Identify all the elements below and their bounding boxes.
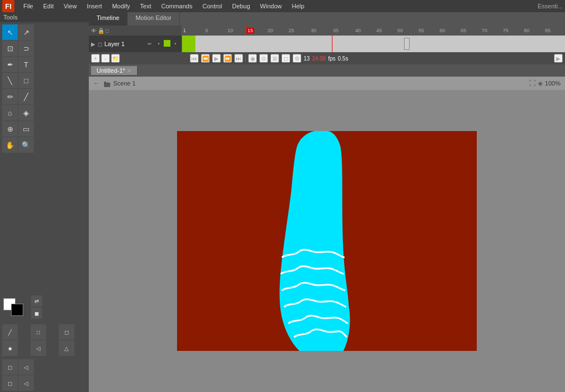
show-hide-icon[interactable]: 👁 xyxy=(91,28,97,34)
tool-extra4[interactable]: ■ xyxy=(2,340,18,356)
breadcrumb-back-icon[interactable]: ← xyxy=(93,79,100,87)
tool-hand[interactable]: ✋ xyxy=(2,137,18,153)
edit-multiple-frames-button[interactable]: ⊞ xyxy=(270,54,279,63)
menu-modify[interactable]: Modify xyxy=(108,2,134,11)
go-next-button[interactable]: ⏩ xyxy=(223,54,232,63)
stage-container: Untitled-1* ✕ ← 🎬 Scene 1 ⛶ ◈ 100% xyxy=(89,64,565,392)
tool-extra5[interactable]: ◁ xyxy=(31,340,46,356)
tool-bone[interactable]: ⌂ xyxy=(2,105,18,120)
menu-edit[interactable]: Edit xyxy=(39,2,58,11)
layer-frame-icon[interactable]: • xyxy=(171,40,179,48)
layer-dot-icon[interactable]: • xyxy=(155,40,163,48)
frame-highlight xyxy=(182,36,195,52)
tool-selection[interactable]: ↖ xyxy=(2,24,18,40)
tool-lasso[interactable]: ⊃ xyxy=(18,41,34,56)
tool-text[interactable]: T xyxy=(18,57,34,72)
tab-motion-editor[interactable]: Motion Editor xyxy=(128,12,180,26)
fill-color[interactable] xyxy=(11,304,23,316)
fps-label: fps xyxy=(328,56,335,62)
stage-tab-untitled[interactable]: Untitled-1* ✕ xyxy=(91,66,138,75)
stage-tab-name: Untitled-1* xyxy=(97,67,125,74)
go-last-button[interactable]: ⏭ xyxy=(234,54,243,63)
stage-tabs: Untitled-1* ✕ xyxy=(89,64,565,77)
tools-grid: ↖ ↗ ⊡ ⊃ ✒ T ╲ □ ✏ ╱ ⌂ ◈ ⊕ ▭ ✋ 🔍 xyxy=(0,22,89,155)
go-prev-button[interactable]: ⏪ xyxy=(201,54,210,63)
layer-controls: ✏ • • xyxy=(146,40,179,48)
flash-canvas xyxy=(177,131,477,351)
layer-folder-icon: ◻ xyxy=(98,41,102,47)
swap-colors[interactable]: ⇌ xyxy=(31,295,42,306)
tool-line[interactable]: ╲ xyxy=(2,73,18,88)
color-row: ⇌ ◼ xyxy=(3,295,85,319)
menu-file[interactable]: File xyxy=(19,2,38,11)
stage-breadcrumb: ← 🎬 Scene 1 ⛶ ◈ 100% xyxy=(89,77,565,90)
essentials-label: Essenti... xyxy=(538,3,563,9)
add-layer-button[interactable]: + xyxy=(91,54,100,63)
tool-colors: ⇌ ◼ xyxy=(0,292,89,322)
tool-subselection[interactable]: ↗ xyxy=(18,24,34,40)
tool-pencil[interactable]: ✏ xyxy=(2,89,18,104)
tool-extra1[interactable]: ╱ xyxy=(2,324,18,340)
timeline-scroll-right[interactable]: ▶ xyxy=(554,54,563,63)
tool-extra7[interactable]: ◻ xyxy=(2,359,18,375)
tool-extra10[interactable]: ◁ xyxy=(18,375,34,391)
menu-text[interactable]: Text xyxy=(135,2,155,11)
timeline-tracks: ▶ ◻ Layer 1 ✏ • • xyxy=(89,36,565,52)
go-first-button[interactable]: ⏮ xyxy=(190,54,199,63)
clip-icon[interactable]: ⛶ xyxy=(529,79,536,87)
layer-pencil-icon[interactable]: ✏ xyxy=(146,40,154,48)
lock-icon[interactable]: 🔒 xyxy=(98,28,104,34)
tool-extra3[interactable]: ◻ xyxy=(59,324,74,340)
settings-button[interactable]: ⚙ xyxy=(292,54,301,63)
onion-skin-button[interactable]: ◉ xyxy=(248,54,257,63)
play-button[interactable]: ▶ xyxy=(212,54,221,63)
tool-brush[interactable]: ╱ xyxy=(18,89,34,104)
menu-view[interactable]: View xyxy=(59,2,82,11)
toolbar: Tools ↖ ↗ ⊡ ⊃ ✒ T ╲ □ ✏ ╱ ⌂ ◈ ⊕ ▭ ✋ 🔍 xyxy=(0,12,89,392)
tool-free-transform[interactable]: ⊡ xyxy=(2,41,18,56)
tool-extra2[interactable]: □ xyxy=(31,324,46,340)
menu-commands[interactable]: Commands xyxy=(157,2,196,11)
color-icon[interactable]: ◈ xyxy=(538,79,543,87)
frame-type-icon[interactable]: □ xyxy=(105,28,109,34)
default-colors[interactable]: ◼ xyxy=(31,308,42,319)
zoom-value: 100% xyxy=(545,80,561,87)
tool-paint-bucket[interactable]: ◈ xyxy=(18,105,34,120)
layer-visibility-icon[interactable]: ▶ xyxy=(91,41,95,47)
tool-zoom[interactable]: 🔍 xyxy=(18,137,34,153)
scene-name: Scene 1 xyxy=(113,80,135,87)
end-frame-marker xyxy=(404,38,410,50)
track-frames[interactable] xyxy=(182,36,565,52)
tool-eraser[interactable]: ▭ xyxy=(18,121,34,137)
delete-layer-button[interactable]: - xyxy=(101,54,110,63)
breadcrumb-zoom: ⛶ ◈ 100% xyxy=(529,79,561,87)
bottom-tools: ╱ □ ◻ ■ ◁ △ xyxy=(0,322,89,358)
layer-color-swatch[interactable] xyxy=(164,40,170,47)
menu-help[interactable]: Help xyxy=(287,2,309,11)
right-panel: Timeline Motion Editor 👁 🔒 □ 1 5 10 15 xyxy=(89,12,565,392)
menu-insert[interactable]: Insert xyxy=(82,2,107,11)
menu-window[interactable]: Window xyxy=(256,2,286,11)
new-folder-button[interactable]: 📁 xyxy=(111,54,120,63)
onion-skin-outlines-button[interactable]: ⊙ xyxy=(259,54,268,63)
playhead[interactable] xyxy=(332,36,332,52)
tool-extra8[interactable]: ◁ xyxy=(18,359,34,375)
fps-display: 24.00 xyxy=(312,56,326,62)
timeline-footer: + - 📁 ⏮ ⏪ ▶ ⏩ ⏭ ◉ ⊙ ⊞ ◻ ⚙ 13 2 xyxy=(89,52,565,64)
menu-control[interactable]: Control xyxy=(198,2,226,11)
breadcrumb-scene: 🎬 Scene 1 xyxy=(103,80,135,87)
tab-timeline[interactable]: Timeline xyxy=(89,12,128,26)
tool-extra6[interactable]: △ xyxy=(59,340,74,356)
menu-debug[interactable]: Debug xyxy=(228,2,254,11)
tool-extra9[interactable]: ◻ xyxy=(2,375,18,391)
tool-eyedropper[interactable]: ⊕ xyxy=(2,121,18,137)
tool-pen[interactable]: ✒ xyxy=(2,57,18,72)
modify-markers-button[interactable]: ◻ xyxy=(281,54,290,63)
canvas-area[interactable] xyxy=(89,90,565,392)
tool-rectangle[interactable]: □ xyxy=(18,73,34,88)
menu-bar: Fl File Edit View Insert Modify Text Com… xyxy=(0,0,565,12)
main-layout: Tools ↖ ↗ ⊡ ⊃ ✒ T ╲ □ ✏ ╱ ⌂ ◈ ⊕ ▭ ✋ 🔍 xyxy=(0,12,565,392)
tab-close-icon[interactable]: ✕ xyxy=(127,68,132,74)
timeline-area: Timeline Motion Editor 👁 🔒 □ 1 5 10 15 xyxy=(89,12,565,64)
wave-illustration xyxy=(271,131,382,351)
